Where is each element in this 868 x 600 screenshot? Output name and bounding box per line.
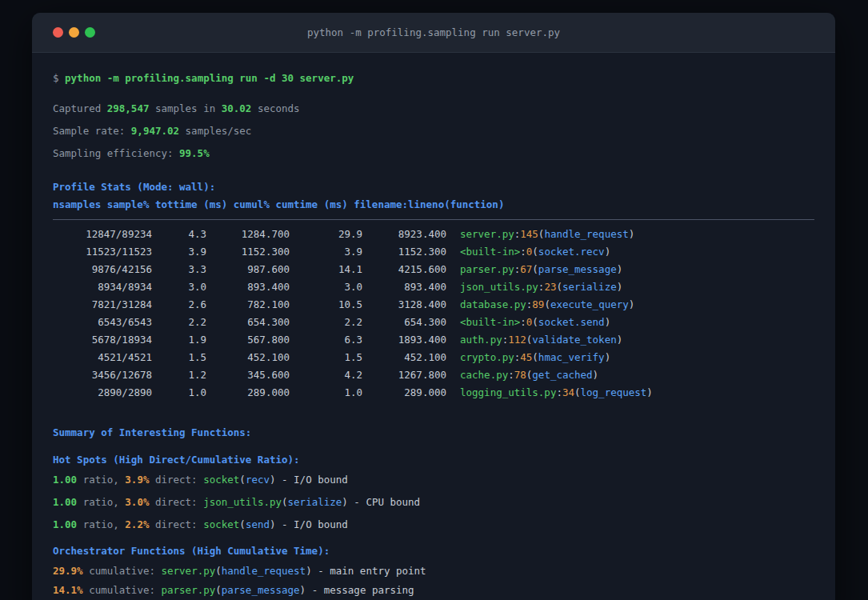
captured-samples-value: 298,547 [107, 102, 150, 114]
profile-table-row: 3456/12678 1.2 345.600 4.2 1267.800 cach… [53, 366, 814, 384]
bound-note: - CPU bound [354, 496, 420, 508]
sample-pct-cell: 2.6 [152, 296, 206, 314]
efficiency-value: 99.5% [179, 147, 210, 159]
profile-table-row: 9876/42156 3.3 987.600 14.1 4215.600 par… [53, 261, 814, 278]
lineno-text: 45 [520, 351, 532, 363]
location-cell: cache.py:78(get_cached) [460, 366, 598, 384]
open-paren: ( [532, 263, 538, 275]
cumtime-cell: 3128.400 [362, 296, 446, 314]
profile-table-row: 6543/6543 2.2 654.300 2.2 654.300 <built… [53, 314, 814, 331]
cumtime-cell: 1893.400 [362, 331, 446, 349]
sample-rate-value: 9,947.02 [131, 125, 179, 137]
close-paren: ) [629, 228, 635, 240]
open-paren: ( [574, 386, 581, 398]
tottime-cell: 1152.300 [206, 243, 290, 261]
hot-spots-list: 1.00 ratio, 3.9% direct: socket(recv) - … [53, 472, 814, 533]
open-paren: ( [239, 474, 246, 486]
profile-table: 12847/89234 4.3 1284.700 29.9 8923.400 s… [53, 226, 814, 402]
colon-separator: : [556, 386, 562, 398]
nsamples-cell: 2890/2890 [53, 384, 152, 402]
cumul-pct-cell: 1.0 [290, 384, 362, 402]
command-line: $ python -m profiling.sampling run -d 30… [53, 70, 814, 86]
function-name-text: get_cached [532, 369, 592, 381]
profile-table-row: 2890/2890 1.0 289.000 1.0 289.000 loggin… [53, 384, 814, 402]
cumulative-pct-value: 14.1% [53, 584, 83, 596]
sample-pct-cell: 1.2 [152, 366, 206, 384]
location-cell: parser.py:67(parse_message) [460, 261, 622, 278]
profile-table-row: 5678/18934 1.9 567.800 6.3 1893.400 auth… [53, 331, 814, 349]
sample-pct-cell: 1.5 [152, 349, 206, 366]
command-text: python -m profiling.sampling run -d 30 s… [65, 72, 354, 84]
sample-pct-cell: 3.3 [152, 261, 206, 278]
cumtime-cell: 893.400 [362, 278, 446, 296]
open-paren: ( [282, 496, 288, 508]
tottime-cell: 893.400 [206, 278, 290, 296]
profile-stats-title: Profile Stats (Mode: wall): [53, 179, 814, 195]
cumtime-cell: 452.100 [362, 349, 446, 366]
cumul-pct-cell: 3.0 [290, 278, 362, 296]
profile-columns-header: nsamples sample% tottime (ms) cumul% cum… [53, 197, 814, 213]
hot-spot-line: 1.00 ratio, 3.9% direct: socket(recv) - … [53, 472, 814, 488]
profile-table-row: 8934/8934 3.0 893.400 3.0 893.400 json_u… [53, 278, 814, 296]
orchestrator-line: 14.1% cumulative: parser.py(parse_messag… [53, 582, 814, 598]
hot-spot-line: 1.00 ratio, 2.2% direct: socket(send) - … [53, 517, 814, 533]
open-paren: ( [544, 298, 550, 310]
nsamples-cell: 4521/4521 [53, 349, 152, 366]
cumul-pct-cell: 3.9 [290, 243, 362, 261]
zoom-button[interactable] [85, 27, 95, 38]
close-button[interactable] [53, 27, 63, 38]
close-paren: ) [300, 584, 306, 596]
direct-label: direct: [155, 474, 198, 486]
efficiency-label: Sampling efficiency: [53, 147, 174, 159]
nsamples-cell: 12847/89234 [53, 226, 152, 243]
cumulative-label: cumulative: [89, 584, 155, 596]
cumtime-cell: 289.000 [362, 384, 446, 402]
function-name-text: handle_request [544, 228, 628, 240]
close-paren: ) [593, 369, 599, 381]
close-paren: ) [605, 246, 611, 258]
close-paren: ) [617, 334, 623, 346]
module-name-text: socket [203, 518, 239, 530]
tottime-cell: 289.000 [206, 384, 290, 402]
profile-table-row: 12847/89234 4.3 1284.700 29.9 8923.400 s… [53, 226, 814, 243]
function-name-text: hmac_verify [538, 351, 605, 363]
tottime-cell: 987.600 [206, 261, 290, 278]
cumul-pct-cell: 14.1 [290, 261, 362, 278]
function-name-text: validate_token [532, 334, 616, 346]
close-paren: ) [646, 386, 653, 398]
filename-text: server.py [460, 228, 514, 240]
location-cell: server.py:145(handle_request) [460, 226, 634, 243]
colon-separator: : [520, 246, 526, 258]
close-paren: ) [306, 565, 312, 577]
filename-text: <built-in> [460, 316, 520, 328]
minimize-button[interactable] [69, 27, 79, 38]
filename-text: json_utils.py [460, 281, 538, 293]
location-cell: database.py:89(execute_query) [460, 296, 634, 314]
close-paren: ) [270, 518, 276, 530]
nsamples-cell: 5678/18934 [53, 331, 152, 349]
function-name-text: execute_query [550, 298, 629, 310]
direct-pct-value: 3.0% [125, 496, 149, 508]
lineno-text: 34 [562, 386, 574, 398]
nsamples-cell: 11523/11523 [53, 243, 152, 261]
close-paren: ) [605, 351, 611, 363]
open-paren: ( [532, 351, 538, 363]
ratio-value: 1.00 [53, 474, 77, 486]
orchestrator-line: 29.9% cumulative: server.py(handle_reque… [53, 563, 814, 579]
tottime-cell: 1284.700 [206, 226, 290, 243]
window-controls [53, 27, 95, 38]
ratio-value: 1.00 [53, 518, 77, 530]
ratio-label: ratio, [83, 474, 119, 486]
role-note: - message parsing [312, 584, 414, 596]
nsamples-cell: 9876/42156 [53, 261, 152, 278]
function-name-text: log_request [581, 386, 647, 398]
lineno-text: 78 [514, 369, 526, 381]
function-name-text: send [246, 518, 270, 530]
open-paren: ( [532, 316, 538, 328]
sample-pct-cell: 4.3 [152, 226, 206, 243]
function-name-text: serialize [562, 281, 617, 293]
cumulative-pct-value: 29.9% [53, 565, 83, 577]
nsamples-cell: 7821/31284 [53, 296, 152, 314]
lineno-text: 145 [520, 228, 538, 240]
captured-duration-value: 30.02 [222, 102, 252, 114]
